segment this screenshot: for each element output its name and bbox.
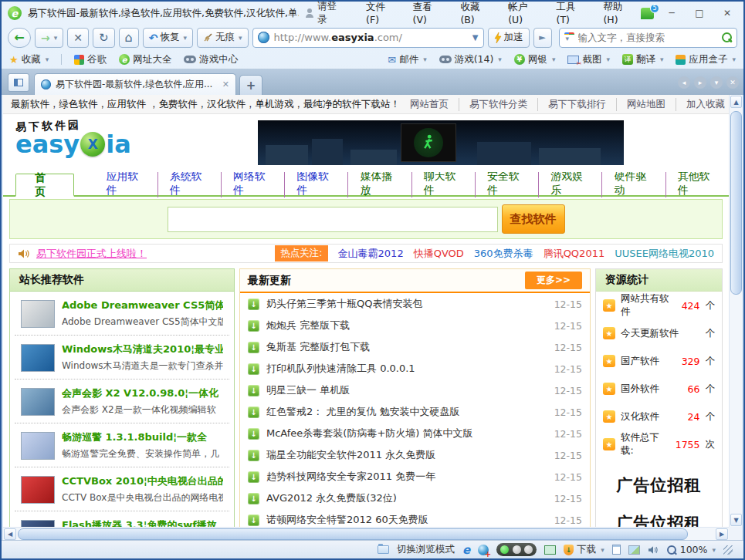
recommend-item[interactable]: 畅游巡警 1.3.1.8build¦一款全 畅游巡警完全免费、安装操作简单，几 <box>15 423 229 467</box>
hot-link[interactable]: UUSEE网络电视2010 <box>615 247 714 261</box>
tab-close-icon[interactable]: ✕ <box>222 79 229 89</box>
speedup-button[interactable]: 加速 <box>488 28 530 48</box>
update-title-link[interactable]: 兔斯基 完整版打包下载 <box>266 340 547 354</box>
nav-link[interactable]: 硬件驱动 <box>601 170 665 197</box>
hot-link[interactable]: 金山毒霸2012 <box>338 247 404 261</box>
vertical-scrollbar[interactable]: ▲ ▼ <box>729 95 742 527</box>
close-tab-button[interactable]: ✕ <box>726 76 739 89</box>
minimize-button[interactable]: ─ <box>662 6 682 20</box>
stop-button[interactable]: ✕ <box>67 28 89 48</box>
top-link[interactable]: 易下下载排行 <box>537 98 616 111</box>
update-title-link[interactable]: 打印机队列快速清除工具 0.0.0.1 <box>266 362 547 376</box>
banner-ad[interactable] <box>258 120 624 165</box>
search-magnifier-icon[interactable] <box>721 32 733 44</box>
update-row[interactable]: 趋势科技网络安全专家2011 免费一年 12-15 <box>240 466 590 487</box>
nav-link[interactable]: 图像软件 <box>284 170 347 197</box>
hot-link[interactable]: 360免费杀毒 <box>474 247 533 261</box>
recommend-item[interactable]: CCTVBox 2010¦中央电视台出品的 CCTV Box是中央电视台出品的网… <box>15 467 229 511</box>
scroll-right-button[interactable]: ▶ <box>716 528 728 540</box>
browse-mode-label[interactable]: 切换浏览模式 <box>397 543 455 556</box>
screenshot-button[interactable]: 截图 <box>567 53 610 66</box>
zoom-control[interactable]: 100% <box>666 544 716 555</box>
update-row[interactable]: 炮炮兵 完整版下载 12-15 <box>240 315 590 336</box>
top-link[interactable]: 易下软件分类 <box>459 98 537 111</box>
address-bar[interactable]: http://www.easyxia.com/ ▼ <box>252 28 484 48</box>
recommend-item[interactable]: 会声会影 X2 V12.0.98.0¦一体化 会声会影 X2是一款一体化视频编辑… <box>15 380 229 423</box>
scroll-tabs-left-button[interactable]: ◂ <box>678 76 690 89</box>
tab-list-button[interactable] <box>8 73 29 92</box>
update-row[interactable]: 红色警戒2： 尤里的复仇 勉安装中文硬盘版 12-15 <box>240 401 590 423</box>
update-title-link[interactable]: 奶头仔第三季第十瓶QQ表情安装包 <box>266 297 547 311</box>
close-button[interactable]: ✕ <box>717 6 737 20</box>
update-row[interactable]: AVG2012 永久免费版(32位) 12-15 <box>240 487 590 509</box>
ad-placeholder[interactable]: 广告位招租 <box>596 512 722 527</box>
horizontal-scrollbar[interactable]: ◀ ▶ <box>3 527 729 540</box>
nav-link[interactable]: 网络软件 <box>221 170 284 197</box>
scroll-tabs-right-button[interactable]: ▸ <box>694 76 706 89</box>
download-manager-button[interactable]: ↓ 下载 <box>564 543 604 556</box>
horizontal-scroll-thumb[interactable] <box>18 528 688 540</box>
games-button[interactable]: 游戏(14) <box>439 53 502 66</box>
google-engine-icon[interactable] <box>564 32 574 42</box>
nav-link[interactable]: 安全软件 <box>475 170 538 197</box>
menu-item[interactable]: 帮助(H) <box>603 1 635 25</box>
nav-link[interactable]: 媒体播放 <box>347 170 411 197</box>
update-title-link[interactable]: 诺顿网络安全特警2012 60天免费版 <box>266 513 547 527</box>
update-title-link[interactable]: AVG2012 永久免费版(32位) <box>266 491 547 505</box>
scroll-up-button[interactable]: ▲ <box>730 96 742 108</box>
traffic-light-indicator[interactable] <box>496 543 537 556</box>
nav-link[interactable]: 其他软件 <box>665 170 729 197</box>
menu-item[interactable]: 工具(T) <box>557 1 587 25</box>
home-button[interactable]: ⌂ <box>119 28 139 48</box>
search-input[interactable] <box>578 32 717 43</box>
globe-plus-icon[interactable] <box>478 545 489 555</box>
resize-grip[interactable] <box>723 545 733 555</box>
nav-tab-home[interactable]: 首页 <box>15 174 74 197</box>
maximize-button[interactable]: □ <box>689 6 709 20</box>
update-row[interactable]: 兔斯基 完整版打包下载 12-15 <box>240 336 590 358</box>
software-title-link[interactable]: Flash播放器 3.3¦免费的swf播放 <box>62 518 222 527</box>
mail-button[interactable]: ✉邮件 <box>388 53 426 66</box>
folder-icon[interactable] <box>378 545 389 554</box>
hot-link[interactable]: 快播QVOD <box>414 247 464 261</box>
recommend-item[interactable]: Flash播放器 3.3¦免费的swf播放 Flash播放器是一款免费的swf播… <box>15 511 229 527</box>
software-title-link[interactable]: Adobe Dreamweaver CS5简体中文 <box>62 299 223 312</box>
recommend-item[interactable]: Windows木马清道夫2010¦最专业 Windows木马清道夫是一款专门查杀… <box>15 336 229 380</box>
site-logo[interactable]: 易下软件园 easy X ia <box>15 118 131 157</box>
search-box[interactable] <box>559 28 737 48</box>
update-row[interactable]: 瑞星全功能安全软件2011 永久免费版 12-15 <box>240 444 590 466</box>
menu-item[interactable]: 文件(F) <box>366 1 396 25</box>
ie-engine-icon[interactable]: e <box>462 543 470 557</box>
login-button[interactable]: 请登录 <box>305 0 344 26</box>
software-title-link[interactable]: Windows木马清道夫2010¦最专业 <box>62 342 223 356</box>
update-title-link[interactable]: 趋势科技网络安全专家2011 免费一年 <box>266 470 547 484</box>
ad-placeholder[interactable]: 广告位招租 <box>596 474 722 496</box>
incognito-button[interactable]: 无痕 <box>197 28 249 48</box>
nav-link[interactable]: 游戏娱乐 <box>538 170 601 197</box>
scroll-down-button[interactable]: ▼ <box>730 514 742 526</box>
play-button[interactable]: ► <box>533 28 552 48</box>
update-title-link[interactable]: 红色警戒2： 尤里的复仇 勉安装中文硬盘版 <box>266 405 547 419</box>
site-search-input[interactable] <box>168 207 498 232</box>
recommend-item[interactable]: Adobe Dreamweaver CS5简体中文 Adobe Dreamwea… <box>15 292 229 336</box>
scroll-left-button[interactable]: ◀ <box>4 528 16 540</box>
bookmark-google[interactable]: 谷歌 <box>74 53 107 66</box>
more-button[interactable]: 更多>> <box>525 272 582 289</box>
update-row[interactable]: 明星三缺一 单机版 12-15 <box>240 380 590 401</box>
software-title-link[interactable]: 会声会影 X2 V12.0.98.0¦一体化 <box>62 386 218 400</box>
software-title-link[interactable]: CCTVBox 2010¦中央电视台出品的 <box>62 474 223 488</box>
update-title-link[interactable]: McAfee杀毒套装(防病毒+防火墙) 简体中文版 <box>266 427 547 440</box>
restore-session-button[interactable]: ↶ 恢复 <box>143 28 193 48</box>
top-link[interactable]: 加入收藏 <box>676 98 729 111</box>
nav-link[interactable]: 聊天软件 <box>411 170 475 197</box>
message-center-icon[interactable]: 5 <box>641 8 654 19</box>
update-row[interactable]: 奶头仔第三季第十瓶QQ表情安装包 12-15 <box>240 293 590 315</box>
announcement-link[interactable]: 易下软件园正式上线啦！ <box>36 247 147 261</box>
tab-active[interactable]: 易下软件园-最新软件,绿色软件,应用... ✕ <box>34 73 236 95</box>
update-row[interactable]: McAfee杀毒套装(防病毒+防火墙) 简体中文版 12-15 <box>240 423 590 444</box>
nav-link[interactable]: 应用软件 <box>94 170 157 197</box>
screen-capture-icon[interactable] <box>544 545 556 555</box>
bookmark-game-center[interactable]: 游戏中心 <box>184 53 238 66</box>
update-row[interactable]: 打印机队列快速清除工具 0.0.0.1 12-15 <box>240 358 590 380</box>
vertical-scroll-thumb[interactable] <box>730 111 742 295</box>
